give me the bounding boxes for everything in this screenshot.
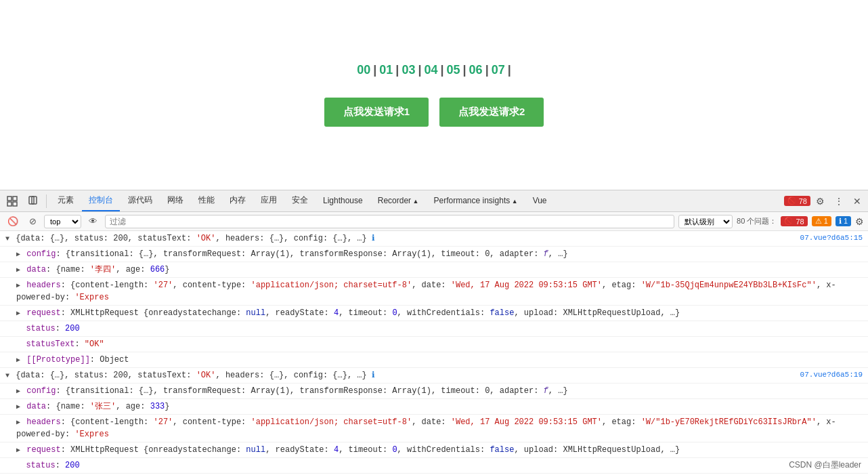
tab-application[interactable]: 应用 [254, 190, 284, 211]
config-line-2: config: {transitional: {…}, transformReq… [26, 386, 567, 396]
tab-sources[interactable]: 源代码 [121, 190, 159, 211]
console-entry-1-prototype: [[Prototype]]: Object [0, 352, 868, 368]
send-request-2-button[interactable]: 点我发送请求2 [439, 98, 544, 127]
error-count-badge: 🚫 78 [784, 196, 810, 206]
data-line-2: data: {name: '张三', age: 333} [26, 402, 169, 411]
preserve-log-button[interactable]: ⊘ [26, 215, 40, 228]
nav-link-03[interactable]: 03 [402, 63, 415, 77]
status-line-1: status: 200 [16, 324, 80, 333]
nav-link-07[interactable]: 07 [492, 63, 505, 77]
data-line-1: data: {name: '李四', age: 666} [26, 265, 169, 274]
console-entry-1-headers: headers: {content-length: '27', content-… [0, 278, 868, 306]
tab-recorder[interactable]: Recorder [371, 192, 426, 211]
send-request-1-button[interactable]: 点我发送请求1 [324, 98, 429, 127]
expand-request-1[interactable] [16, 307, 20, 319]
nav-link-00[interactable]: 00 [357, 63, 370, 77]
expand-arrow-1[interactable] [5, 232, 9, 245]
log-level-selector[interactable]: 默认级别 [678, 215, 733, 228]
devtools-more-button[interactable]: ⋮ [830, 193, 848, 209]
expand-data-1[interactable] [16, 264, 20, 276]
button-row: 点我发送请求1 点我发送请求2 [324, 98, 544, 127]
error-count-small: 🚫 78 [781, 216, 807, 226]
svg-rect-0 [7, 197, 12, 201]
console-entry-2-headers: headers: {content-length: '27', content-… [0, 415, 868, 442]
console-entry-2-config: config: {transitional: {…}, transformReq… [0, 384, 868, 399]
console-entry-2-data: data: {name: '张三', age: 333} [0, 399, 868, 415]
console-entry-1-statustext: statusText: "OK" [0, 337, 868, 352]
console-toolbar: 🚫 ⊘ top 👁 默认级别 80 个问题： 🚫 78 ⚠ 1 ℹ 1 ⚙ [0, 212, 868, 231]
tab-performance[interactable]: 性能 [192, 190, 221, 211]
console-entry-2: 07.vue?d6a5:19 {data: {…}, status: 200, … [0, 368, 868, 384]
tab-performance-insights[interactable]: Performance insights [427, 192, 525, 211]
tab-elements[interactable]: 元素 [51, 190, 81, 211]
request-line-2: request: XMLHttpRequest {onreadystatecha… [26, 445, 680, 455]
nav-link-01[interactable]: 01 [379, 63, 393, 77]
console-entry-2-request: request: XMLHttpRequest {onreadystatecha… [0, 442, 868, 458]
device-toggle-icon[interactable] [23, 193, 42, 209]
expand-arrow-2[interactable] [5, 369, 9, 381]
file-ref-2[interactable]: 07.vue?d6a5:19 [800, 369, 868, 381]
expand-headers-1[interactable] [16, 279, 20, 291]
entry-line-2: {data: {…}, status: 200, statusText: 'OK… [16, 371, 367, 380]
svg-rect-2 [7, 202, 12, 206]
main-content: 00 | 01 | 03 | 04 | 05 | 06 | 07 | 点我发送请… [0, 0, 868, 190]
expand-headers-2[interactable] [16, 416, 20, 428]
tab-security[interactable]: 安全 [285, 190, 315, 211]
expand-config-2[interactable] [16, 385, 20, 397]
tab-lighthouse[interactable]: Lighthouse [316, 192, 370, 211]
filter-eye-button[interactable]: 👁 [85, 215, 101, 228]
console-output: 07.vue?d6a5:15 {data: {…}, status: 200, … [0, 231, 868, 475]
inspect-element-icon[interactable] [3, 193, 22, 209]
entry-line-1: {data: {…}, status: 200, statusText: 'OK… [16, 234, 367, 243]
console-entry-1-request: request: XMLHttpRequest {onreadystatecha… [0, 306, 868, 321]
nav-link-04[interactable]: 04 [424, 63, 437, 77]
console-entry-2-status: status: 200 [0, 458, 868, 474]
issue-count-label: 80 个问题： [737, 216, 777, 226]
nav-links: 00 | 01 | 03 | 04 | 05 | 06 | 07 | [357, 63, 511, 77]
file-ref-1[interactable]: 07.vue?d6a5:15 [800, 232, 868, 244]
console-entry-1: 07.vue?d6a5:15 {data: {…}, status: 200, … [0, 231, 868, 247]
console-entry-1-config: config: {transitional: {…}, transformReq… [0, 247, 868, 262]
config-line-1: config: {transitional: {…}, transformReq… [26, 249, 567, 259]
tab-memory[interactable]: 内存 [223, 190, 253, 211]
svg-rect-1 [13, 197, 17, 201]
expand-proto-1[interactable] [16, 354, 20, 366]
filter-input[interactable] [105, 215, 674, 228]
devtools-close-button[interactable]: ✕ [849, 193, 865, 209]
console-settings-button[interactable]: ⚙ [855, 216, 864, 227]
expand-request-2[interactable] [16, 444, 20, 456]
info-icon-1[interactable]: ℹ [372, 234, 375, 243]
tab-console[interactable]: 控制台 [82, 190, 120, 211]
devtools-panel: 元素 控制台 源代码 网络 性能 内存 应用 安全 Lighthouse Rec… [0, 190, 868, 475]
info-icon-2[interactable]: ℹ [372, 371, 375, 380]
nav-link-06[interactable]: 06 [469, 63, 483, 77]
warning-count-small: ⚠ 1 [812, 216, 831, 226]
tab-vue[interactable]: Vue [526, 192, 554, 211]
nav-link-05[interactable]: 05 [447, 63, 460, 77]
info-count-small: ℹ 1 [836, 216, 851, 226]
request-line-1: request: XMLHttpRequest {onreadystatecha… [26, 308, 680, 318]
context-selector[interactable]: top [44, 215, 81, 228]
error-badge-row: 🚫 78 [784, 196, 810, 206]
status-line-2: status: 200 [16, 461, 80, 470]
svg-rect-3 [13, 202, 17, 206]
headers-line-2: headers: {content-length: '27', content-… [16, 417, 836, 439]
tab-network[interactable]: 网络 [160, 190, 190, 211]
console-entry-1-data: data: {name: '李四', age: 666} [0, 262, 868, 278]
console-entry-1-status: status: 200 [0, 321, 868, 337]
expand-data-2[interactable] [16, 400, 20, 413]
toolbar-divider [46, 194, 47, 208]
proto-line-1: [[Prototype]]: Object [26, 355, 129, 365]
devtools-toolbar: 元素 控制台 源代码 网络 性能 内存 应用 安全 Lighthouse Rec… [0, 190, 868, 212]
footer-label: CSDN @白墨leader [789, 459, 861, 471]
headers-line-1: headers: {content-length: '27', content-… [16, 281, 836, 302]
statustext-line-1: statusText: "OK" [16, 339, 104, 349]
devtools-settings-button[interactable]: ⚙ [812, 193, 829, 209]
expand-config-1[interactable] [16, 248, 20, 260]
clear-console-button[interactable]: 🚫 [4, 215, 22, 228]
